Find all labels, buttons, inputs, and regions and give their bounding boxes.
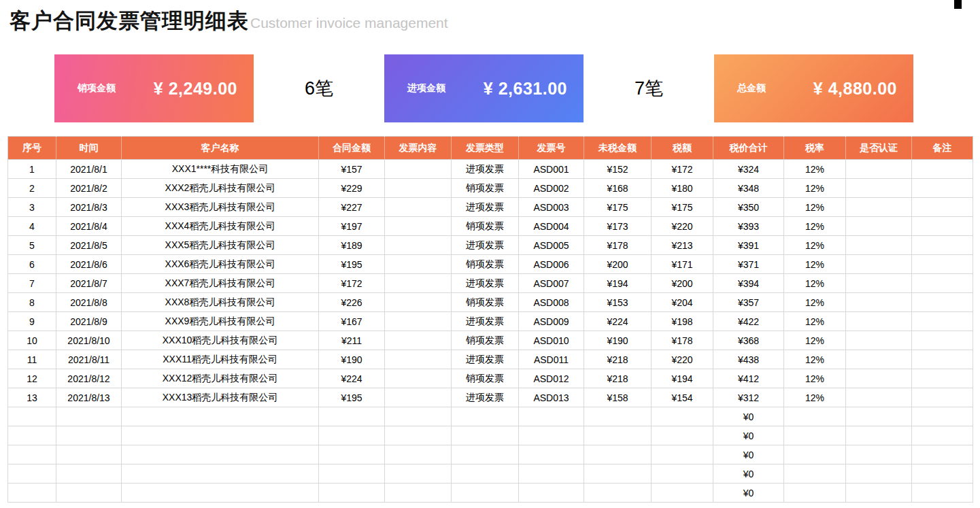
table-cell: 2021/8/12 [56, 369, 122, 388]
table-header-row: 序号时间客户名称合同金额发票内容发票类型发票号未税金额税额税价合计税率是否认证备… [8, 137, 973, 160]
table-cell: 销项发票 [452, 369, 519, 388]
table-cell: ¥0 [713, 407, 784, 426]
table-cell: 13 [8, 388, 56, 407]
table-cell: ¥189 [319, 236, 385, 255]
sales-amount-card: 销项金额 ¥ 2,249.00 [54, 54, 254, 122]
table-row: ¥0 [8, 445, 973, 464]
table-cell [652, 484, 713, 503]
table-cell: ¥200 [584, 255, 652, 274]
table-cell: ¥153 [584, 293, 652, 312]
table-cell: ¥175 [584, 198, 652, 217]
table-cell: ¥172 [319, 274, 385, 293]
table-cell [452, 464, 519, 484]
table-cell [452, 484, 519, 503]
table-cell [56, 484, 122, 503]
table-row: 82021/8/8XXX8稻壳儿科技有限公司¥226销项发票ASD008¥153… [8, 293, 973, 312]
invoice-table: 序号时间客户名称合同金额发票内容发票类型发票号未税金额税额税价合计税率是否认证备… [7, 136, 973, 503]
table-cell [784, 464, 846, 484]
table-cell [385, 388, 452, 407]
column-header: 未税金额 [584, 137, 652, 160]
table-cell: ¥190 [319, 350, 385, 369]
table-cell [584, 445, 652, 464]
table-cell: ASD012 [519, 369, 584, 388]
table-cell: 5 [8, 236, 56, 255]
table-cell: ¥422 [713, 312, 784, 331]
table-cell: XXX5稻壳儿科技有限公司 [122, 236, 319, 255]
table-cell: XXX3稻壳儿科技有限公司 [122, 198, 319, 217]
table-cell: ¥412 [713, 369, 784, 388]
table-cell [452, 445, 519, 464]
table-cell: XXX1****科技有限公司 [122, 160, 319, 179]
table-cell: ¥171 [652, 255, 713, 274]
table-cell [846, 274, 912, 293]
table-cell [122, 484, 319, 503]
table-cell: 12% [784, 198, 846, 217]
table-cell: 6 [8, 255, 56, 274]
table-cell: 销项发票 [452, 217, 519, 236]
table-cell: XXX13稻壳儿科技有限公司 [122, 388, 319, 407]
table-cell: 进项发票 [452, 388, 519, 407]
table-row: 12021/8/1XXX1****科技有限公司¥157进项发票ASD001¥15… [8, 160, 973, 179]
table-cell [652, 445, 713, 464]
table-cell: ¥312 [713, 388, 784, 407]
table-row: 52021/8/5XXX5稻壳儿科技有限公司¥189进项发票ASD005¥178… [8, 236, 973, 255]
table-cell [319, 484, 385, 503]
column-header: 备注 [912, 137, 973, 160]
table-cell [385, 426, 452, 445]
table-cell: XXX12稻壳儿科技有限公司 [122, 369, 319, 388]
table-cell: XXX4稻壳儿科技有限公司 [122, 217, 319, 236]
table-cell [912, 160, 973, 179]
table-cell: XXX6稻壳儿科技有限公司 [122, 255, 319, 274]
table-cell [122, 426, 319, 445]
table-cell: 2021/8/7 [56, 274, 122, 293]
column-header: 税价合计 [713, 137, 784, 160]
table-cell [912, 350, 973, 369]
table-cell [846, 426, 912, 445]
table-cell [912, 388, 973, 407]
table-cell: 销项发票 [452, 255, 519, 274]
table-cell: 10 [8, 331, 56, 350]
table-cell: 进项发票 [452, 312, 519, 331]
table-cell: ¥172 [652, 160, 713, 179]
table-cell: 12% [784, 293, 846, 312]
table-cell [56, 445, 122, 464]
table-cell [319, 445, 385, 464]
table-row: 72021/8/7XXX7稻壳儿科技有限公司¥172进项发票ASD007¥194… [8, 274, 973, 293]
table-cell [912, 484, 973, 503]
table-cell [784, 445, 846, 464]
table-cell: ¥218 [584, 369, 652, 388]
table-cell: ¥211 [319, 331, 385, 350]
table-cell [8, 484, 56, 503]
table-cell [784, 407, 846, 426]
table-row: 102021/8/10XXX10稻壳儿科技有限公司¥211销项发票ASD010¥… [8, 331, 973, 350]
table-cell: ¥368 [713, 331, 784, 350]
table-cell [846, 388, 912, 407]
table-cell: ¥391 [713, 236, 784, 255]
table-cell: ¥194 [652, 369, 713, 388]
table-cell: XXX7稻壳儿科技有限公司 [122, 274, 319, 293]
table-cell: 2021/8/9 [56, 312, 122, 331]
table-cell: XXX9稻壳儿科技有限公司 [122, 312, 319, 331]
table-cell: ¥175 [652, 198, 713, 217]
table-row: ¥0 [8, 407, 973, 426]
table-cell: ASD003 [519, 198, 584, 217]
table-row: 32021/8/3XXX3稻壳儿科技有限公司¥227进项发票ASD003¥175… [8, 198, 973, 217]
table-cell: ASD005 [519, 236, 584, 255]
column-header: 税率 [784, 137, 846, 160]
table-cell: ¥224 [319, 369, 385, 388]
table-cell: ASD006 [519, 255, 584, 274]
table-cell [519, 445, 584, 464]
table-cell [912, 426, 973, 445]
table-cell [846, 331, 912, 350]
table-cell: ASD011 [519, 350, 584, 369]
table-cell [519, 464, 584, 484]
table-cell: 12% [784, 369, 846, 388]
table-cell: 销项发票 [452, 331, 519, 350]
sales-count: 6笔 [254, 54, 384, 122]
table-cell: ¥394 [713, 274, 784, 293]
table-row: 112021/8/11XXX11稻壳儿科技有限公司¥190进项发票ASD011¥… [8, 350, 973, 369]
table-cell: ¥197 [319, 217, 385, 236]
table-cell [584, 426, 652, 445]
purchase-amount-label: 进项金额 [407, 82, 445, 95]
column-header: 税额 [652, 137, 713, 160]
